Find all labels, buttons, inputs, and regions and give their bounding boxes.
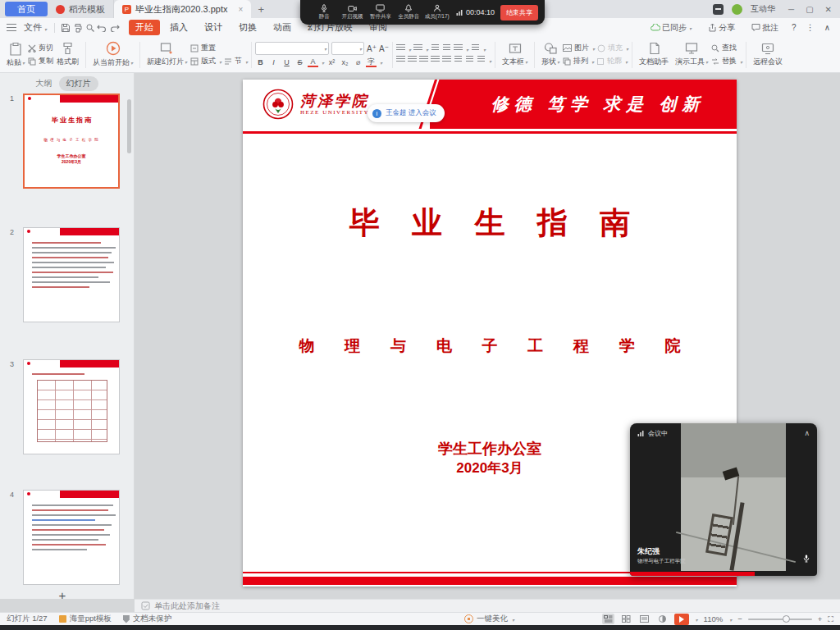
zoom-slider-knob[interactable] [783, 615, 790, 623]
slide-subtitle-textbox[interactable]: 物 理 与 电 子 工 程 学 院 [243, 336, 737, 357]
align-right-icon[interactable] [419, 56, 428, 65]
beautify-button[interactable]: 一键美化 [464, 614, 514, 624]
share-button[interactable]: 分享 [705, 22, 738, 34]
collapse-video-icon[interactable]: ∧ [804, 429, 810, 437]
line-spacing-icon[interactable] [454, 44, 463, 53]
remote-meeting-button[interactable]: 远程会议 [750, 41, 786, 68]
align-left-icon[interactable] [396, 56, 405, 65]
slide-thumbnail-1[interactable]: 毕 业 生 指 南 物 理 与 电 子 工 程 学 院 学生工作办公室2020年… [23, 94, 120, 189]
zoom-out-button[interactable]: − [737, 614, 742, 623]
notes-bar[interactable]: 单击此处添加备注 [135, 599, 840, 612]
video-window-header[interactable]: 会议中 ∧ [630, 423, 817, 443]
replace-button[interactable]: 替换 [711, 56, 742, 66]
master-view-button[interactable] [656, 614, 669, 624]
slide-title-textbox[interactable]: 毕 业 生 指 南 [243, 203, 737, 244]
arrange-button[interactable]: 排列 [563, 56, 594, 66]
autofit-icon[interactable] [477, 56, 486, 65]
new-tab-button[interactable]: + [251, 0, 271, 18]
restore-button[interactable]: ▢ [806, 5, 813, 14]
home-tab-button[interactable]: 首页 [5, 2, 48, 16]
reset-button[interactable]: 重置 [190, 43, 248, 53]
picture-button[interactable]: 图片 [563, 43, 595, 53]
redo-icon[interactable] [108, 21, 121, 34]
presentation-tools-button[interactable]: 演示工具 [672, 41, 711, 68]
tab-close-icon[interactable]: × [239, 5, 244, 14]
template-link[interactable]: 海量ppt模板 [59, 614, 112, 624]
justify-icon[interactable] [431, 56, 440, 65]
tab-insert[interactable]: 插入 [163, 20, 194, 35]
section-button[interactable]: 节 [224, 56, 248, 66]
start-video-button[interactable]: 开启视频 [338, 5, 366, 21]
add-slide-button[interactable]: + [54, 588, 71, 602]
format-painter-button[interactable]: 格式刷 [53, 41, 82, 68]
bold-button[interactable]: B [255, 58, 266, 66]
more-button[interactable]: ⋮ [806, 23, 815, 32]
zoom-level[interactable]: 110% [704, 614, 724, 623]
collapse-ribbon-button[interactable]: ∧ [824, 23, 830, 32]
slide-sorter-view-button[interactable] [620, 614, 632, 624]
numbered-list-icon[interactable] [413, 44, 422, 53]
decrease-font-icon[interactable]: A⁻ [379, 44, 389, 53]
participant-mic-icon[interactable] [803, 555, 810, 563]
members-button[interactable]: 成员(7/17) [423, 4, 451, 21]
strikethrough-button[interactable]: S [294, 58, 305, 66]
close-button[interactable]: ✕ [825, 5, 832, 14]
underline-button[interactable]: U [281, 58, 292, 66]
normal-view-button[interactable] [602, 614, 614, 624]
doc-assistant-button[interactable]: 文档助手 [636, 41, 672, 68]
undo-icon[interactable] [96, 21, 108, 34]
tab-animation[interactable]: 动画 [267, 20, 298, 35]
bullet-list-icon[interactable] [396, 44, 405, 53]
minimize-button[interactable]: ─ [788, 5, 794, 14]
increase-font-icon[interactable]: A⁺ [367, 44, 377, 53]
italic-button[interactable]: I [268, 58, 279, 66]
shapes-button[interactable]: 形状 [538, 41, 563, 68]
highlight-color-button[interactable]: 字 [366, 57, 377, 67]
play-from-current-button[interactable]: 从当前开始 [89, 40, 136, 69]
textbox-button[interactable]: 文本框 [499, 41, 531, 68]
increase-indent-icon[interactable] [442, 44, 451, 53]
font-name-combobox[interactable] [255, 42, 329, 55]
font-size-combobox[interactable] [331, 42, 364, 55]
doc-protection[interactable]: 文档未保护 [123, 614, 172, 624]
mute-all-button[interactable]: 全员静音 [395, 4, 422, 21]
sync-status[interactable]: 已同步 [647, 22, 695, 34]
decrease-indent-icon[interactable] [431, 44, 440, 53]
superscript-button[interactable]: x² [326, 58, 337, 66]
panel-scrollbar[interactable] [127, 99, 131, 153]
comment-button[interactable]: 批注 [748, 22, 782, 34]
mute-button[interactable]: 静音 [310, 4, 338, 21]
align-top-icon[interactable] [465, 56, 474, 65]
end-share-button[interactable]: 结束共享 [500, 5, 538, 21]
preview-icon[interactable] [84, 21, 96, 34]
text-direction-icon[interactable] [471, 44, 480, 53]
slideshow-play-button[interactable] [674, 614, 689, 625]
columns-icon[interactable] [454, 56, 463, 65]
outline-tab[interactable]: 大纲 [36, 78, 52, 89]
slide-thumbnail-3[interactable] [23, 359, 120, 454]
find-button[interactable]: 查找 [711, 43, 742, 53]
fit-slide-button[interactable]: ⛶ [828, 614, 833, 624]
tab-transition[interactable]: 切换 [232, 20, 263, 35]
paste-button[interactable]: 粘贴 [3, 41, 28, 69]
cut-button[interactable]: 剪切 [28, 43, 53, 53]
help-button[interactable]: ? [792, 23, 797, 32]
slide-thumbnail-4[interactable] [23, 490, 120, 585]
copy-button[interactable]: 复制 [28, 56, 53, 66]
layout-button[interactable]: 版式 [190, 56, 221, 66]
clear-format-icon[interactable]: ⌀ [353, 58, 363, 66]
new-slide-button[interactable]: 新建幻灯片 [144, 41, 190, 68]
tab-docer[interactable]: 稻壳模板 [48, 0, 114, 18]
user-avatar[interactable] [732, 4, 742, 15]
subscript-button[interactable]: x₂ [340, 58, 350, 66]
print-icon[interactable] [71, 21, 84, 34]
font-color-button[interactable]: A [308, 57, 318, 67]
tab-design[interactable]: 设计 [198, 20, 229, 35]
tab-home[interactable]: 开始 [129, 20, 160, 35]
zoom-in-button[interactable]: + [818, 614, 823, 623]
file-menu[interactable]: 文件 [21, 21, 50, 34]
reading-view-button[interactable] [638, 614, 651, 624]
save-icon[interactable] [59, 21, 71, 34]
slide-thumbnail-2[interactable] [23, 227, 120, 322]
distribute-icon[interactable] [442, 56, 451, 65]
